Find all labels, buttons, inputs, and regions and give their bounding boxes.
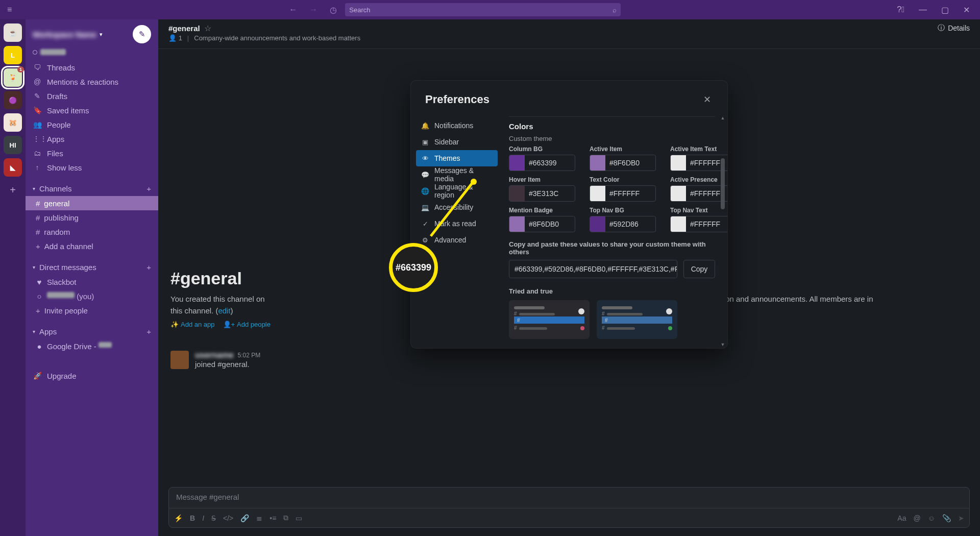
workspace-icon[interactable]: 🐹 [4, 113, 22, 132]
color-field-label: Active Item Text [670, 145, 727, 153]
color-value[interactable]: #592D86 [605, 216, 655, 232]
workspace-icon[interactable]: L [4, 46, 22, 64]
sidebar-item-people[interactable]: 👥People [26, 117, 158, 132]
scrollbar-thumb[interactable] [721, 158, 725, 209]
channel-item-publishing[interactable]: #publishing [26, 210, 158, 225]
color-swatch[interactable] [509, 155, 525, 170]
preferences-scrollbar[interactable]: ▲ ▼ [720, 114, 726, 348]
invite-people-button[interactable]: + Invite people [26, 303, 158, 318]
sidebar-item-saved-items[interactable]: 🔖Saved items [26, 103, 158, 117]
color-field-label: Hover Item [509, 176, 575, 183]
color-swatch[interactable] [590, 216, 605, 232]
pref-nav-icon: ▣ [421, 138, 429, 146]
color-value[interactable]: #663399 [525, 155, 575, 170]
pref-nav-advanced[interactable]: ⚙Advanced [416, 232, 498, 248]
color-value[interactable]: #8F6DB0 [525, 216, 575, 232]
color-input[interactable]: #FFFFFF [590, 185, 656, 202]
minimize-button[interactable]: — [914, 3, 932, 16]
color-field-active-item: Active Item #8F6DB0 [590, 145, 656, 171]
pref-nav-messages-media[interactable]: 💬Messages & media [416, 166, 498, 183]
color-swatch[interactable] [509, 216, 525, 232]
workspace-icon[interactable]: 🟣 [4, 91, 22, 109]
scroll-down-icon[interactable]: ▼ [720, 342, 725, 347]
color-input[interactable]: #663399 [509, 155, 575, 171]
color-field-mention-badge: Mention Badge #8F6DB0 [509, 207, 575, 232]
color-field-active-presence: Active Presence #FFFFFF [670, 176, 727, 202]
workspace-icon[interactable]: 🍹1 [4, 68, 22, 87]
workspace-icon[interactable]: ☕ [4, 23, 22, 42]
forward-button[interactable]: → [305, 2, 322, 17]
modal-overlay: Preferences ✕ 🔔Notifications▣Sidebar👁The… [158, 19, 980, 536]
plus-icon: + [36, 306, 40, 315]
close-window-button[interactable]: ✕ [958, 3, 975, 17]
menu-icon[interactable]: ≡ [5, 3, 14, 16]
apps-section-header[interactable]: ▾ Apps + [26, 324, 158, 339]
add-workspace-button[interactable]: + [4, 181, 22, 199]
color-swatch[interactable] [671, 186, 686, 201]
color-value[interactable]: #FFFFFF [605, 186, 655, 201]
color-swatch[interactable] [590, 186, 605, 201]
theme-preset-card[interactable]: # # [597, 300, 677, 339]
color-input[interactable]: #FFFFFF [670, 155, 727, 171]
add-app-icon[interactable]: + [146, 327, 151, 336]
sidebar-item-show-less[interactable]: ↑Show less [26, 160, 158, 175]
preferences-title: Preferences [425, 93, 489, 106]
sidebar-item-drafts[interactable]: ✎Drafts [26, 89, 158, 103]
color-input[interactable]: #3E313C [509, 185, 575, 202]
channels-section-header[interactable]: ▾ Channels + [26, 181, 158, 196]
color-input[interactable]: #8F6DB0 [509, 216, 575, 232]
sidebar-item-threads[interactable]: 🗨Threads [26, 60, 158, 75]
color-swatch[interactable] [671, 216, 686, 232]
color-field-top-nav-text: Top Nav Text #FFFFFF [670, 207, 727, 232]
search-input[interactable]: Search ⌕ [345, 3, 621, 16]
color-value[interactable]: #3E313C [525, 186, 575, 201]
workspace-icon[interactable]: HI [4, 136, 22, 154]
add-channel-icon[interactable]: + [146, 184, 151, 193]
workspace-rail: ☕L🍹1🟣🐹HI◣+ [0, 19, 26, 536]
dms-section-header[interactable]: ▾ Direct messages + [26, 259, 158, 275]
sidebar-item-files[interactable]: 🗂Files [26, 146, 158, 160]
pref-nav-icon: 🔔 [421, 122, 429, 130]
maximize-button[interactable]: ▢ [936, 3, 954, 17]
history-button[interactable]: ◷ [326, 2, 341, 18]
preferences-modal: Preferences ✕ 🔔Notifications▣Sidebar👁The… [411, 81, 727, 348]
channel-item-random[interactable]: #random [26, 225, 158, 239]
color-input[interactable]: #FFFFFF [670, 216, 727, 232]
hash-icon: # [36, 228, 40, 236]
color-input[interactable]: #8F6DB0 [590, 155, 656, 171]
channel-item-general[interactable]: #general [26, 196, 158, 210]
upgrade-button[interactable]: 🚀 Upgrade [26, 369, 158, 383]
color-swatch[interactable] [509, 186, 525, 201]
preferences-nav: 🔔Notifications▣Sidebar👁Themes💬Messages &… [411, 114, 503, 348]
color-value[interactable]: #8F6DB0 [605, 155, 655, 170]
pref-nav-notifications[interactable]: 🔔Notifications [416, 117, 498, 134]
pref-nav-themes[interactable]: 👁Themes [416, 150, 498, 166]
scroll-up-icon[interactable]: ▲ [720, 115, 725, 120]
pref-nav-sidebar[interactable]: ▣Sidebar [416, 134, 498, 150]
copy-button[interactable]: Copy [683, 260, 715, 278]
add-channel-button[interactable]: + Add a channel [26, 239, 158, 253]
new-dm-icon[interactable]: + [146, 263, 151, 272]
sidebar-item-mentions-reactions[interactable]: @Mentions & reactions [26, 75, 158, 89]
workspace-switcher[interactable]: Workspace Name ▾ ✎ [26, 19, 158, 49]
color-swatch[interactable] [590, 155, 605, 170]
pref-nav-mark-as-read[interactable]: ✓Mark as read [416, 215, 498, 232]
app-item[interactable]: ●Google Drive - x [26, 339, 158, 353]
close-icon[interactable]: ✕ [701, 92, 713, 107]
color-swatch[interactable] [671, 155, 686, 170]
dm-item[interactable]: ○x (you) [26, 289, 158, 303]
theme-string-input[interactable]: #663399,#592D86,#8F6DB0,#FFFFFF,#3E313C,… [509, 260, 677, 278]
sidebar-item-apps[interactable]: ⋮⋮Apps [26, 132, 158, 146]
color-input[interactable]: #592D86 [590, 216, 656, 232]
app-icon: ● [36, 342, 43, 351]
dm-item[interactable]: ♥Slackbot [26, 275, 158, 289]
back-button[interactable]: ← [285, 2, 301, 17]
help-button[interactable]: ?⃝ [892, 3, 910, 16]
color-field-hover-item: Hover Item #3E313C [509, 176, 575, 202]
pref-nav-language-region[interactable]: 🌐Language & region [416, 183, 498, 199]
theme-preset-card[interactable]: # # [509, 300, 590, 339]
preferences-content[interactable]: Colors Custom theme Column BG #663399 Ac… [503, 114, 727, 348]
workspace-icon[interactable]: ◣ [4, 158, 22, 177]
color-input[interactable]: #FFFFFF [670, 185, 727, 202]
compose-button[interactable]: ✎ [133, 25, 151, 43]
